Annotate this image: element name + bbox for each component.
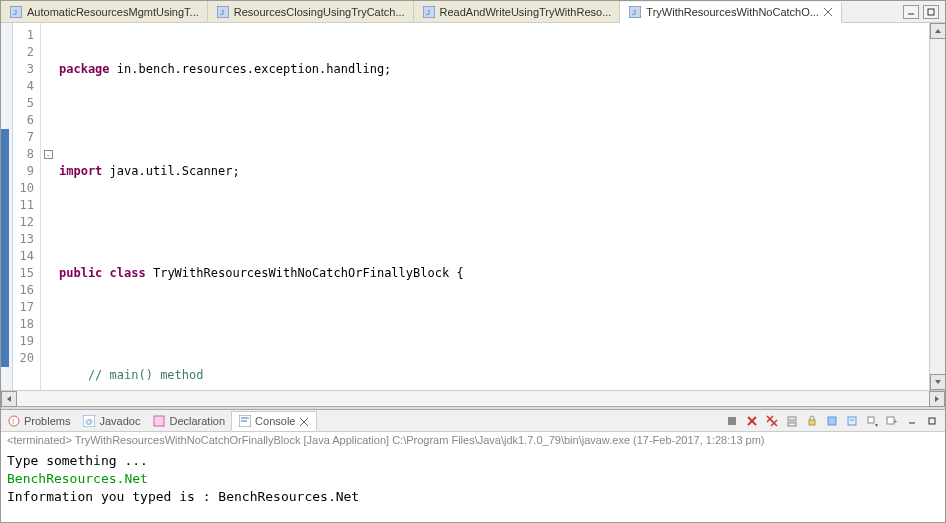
remove-all-button[interactable] [763, 412, 781, 430]
tab-label: ReadAndWriteUsingTryWithReso... [440, 6, 612, 18]
tab-label: Console [255, 415, 295, 427]
line-number: 20 [13, 350, 34, 367]
scroll-right-icon[interactable] [929, 391, 945, 407]
console-line: Type something ... [7, 452, 939, 470]
line-number: 2 [13, 44, 34, 61]
window-controls [903, 5, 945, 19]
console-icon [238, 414, 252, 428]
svg-marker-12 [935, 29, 941, 33]
horizontal-scrollbar[interactable] [1, 390, 945, 406]
javadoc-icon: @ [82, 414, 96, 428]
svg-marker-42 [875, 424, 878, 427]
vertical-scrollbar[interactable] [929, 23, 945, 390]
console-status: <terminated> TryWithResourcesWithNoCatch… [1, 432, 945, 448]
console-toolbar: + [723, 412, 945, 430]
svg-text:J: J [426, 8, 430, 17]
tab-declaration[interactable]: Declaration [146, 412, 231, 430]
svg-text:!: ! [12, 417, 14, 426]
tab-label: Javadoc [99, 415, 140, 427]
svg-text:@: @ [85, 417, 93, 426]
console-output[interactable]: Type something ... BenchResources.Net In… [1, 448, 945, 510]
line-number: 6 [13, 112, 34, 129]
line-number: 15 [13, 265, 34, 282]
line-number: 18 [13, 316, 34, 333]
java-file-icon: J [628, 5, 642, 19]
svg-rect-37 [809, 420, 815, 425]
problems-icon: ! [7, 414, 21, 428]
svg-rect-26 [728, 417, 736, 425]
editor-tabs-bar: J AutomaticResourcesMgmtUsingT... J Reso… [1, 1, 945, 23]
bottom-view-tabs: ! Problems @ Javadoc Declaration Console… [1, 410, 945, 432]
line-number: 5 [13, 95, 34, 112]
fold-collapse-icon[interactable]: - [44, 150, 53, 159]
svg-rect-11 [928, 9, 934, 15]
tab-console[interactable]: Console [231, 411, 317, 431]
tab-label: AutomaticResourcesMgmtUsingT... [27, 6, 199, 18]
console-line-input: BenchResources.Net [7, 470, 939, 488]
line-number: 14 [13, 248, 34, 265]
tab-file-1[interactable]: J AutomaticResourcesMgmtUsingT... [1, 1, 208, 22]
minimize-view-button[interactable] [903, 412, 921, 430]
open-console-dropdown[interactable] [863, 412, 881, 430]
editor-ruler [1, 23, 13, 390]
tab-file-3[interactable]: J ReadAndWriteUsingTryWithReso... [414, 1, 621, 22]
tab-label: ResourcesClosingUsingTryCatch... [234, 6, 405, 18]
tab-file-2[interactable]: J ResourcesClosingUsingTryCatch... [208, 1, 414, 22]
svg-rect-38 [828, 417, 836, 425]
java-file-icon: J [9, 5, 23, 19]
scroll-lock-button[interactable] [803, 412, 821, 430]
line-number: 3 [13, 61, 34, 78]
line-number: 9 [13, 163, 34, 180]
line-number: 12 [13, 214, 34, 231]
line-number: 1 [13, 27, 34, 44]
line-number: 17 [13, 299, 34, 316]
line-number: 10 [13, 180, 34, 197]
svg-rect-41 [868, 417, 874, 423]
tab-file-4[interactable]: J TryWithResourcesWithNoCatchO... [620, 2, 842, 23]
svg-rect-20 [154, 416, 164, 426]
line-number: 7 [13, 129, 34, 146]
new-console-dropdown[interactable]: + [883, 412, 901, 430]
line-number-gutter: 1 2 3 4 5 6 7 8 9 10 11 12 13 14 15 16 1… [13, 23, 41, 390]
maximize-view-button[interactable] [923, 412, 941, 430]
maximize-button[interactable] [923, 5, 939, 19]
line-number: 8 [13, 146, 34, 163]
svg-marker-13 [935, 380, 941, 384]
svg-marker-14 [7, 396, 11, 402]
clear-console-button[interactable] [783, 412, 801, 430]
display-selected-button[interactable] [843, 412, 861, 430]
console-line: Information you typed is : BenchResource… [7, 488, 939, 506]
declaration-icon [152, 414, 166, 428]
svg-text:+: + [893, 417, 898, 426]
line-number: 11 [13, 197, 34, 214]
java-file-icon: J [216, 5, 230, 19]
svg-rect-39 [848, 417, 856, 425]
close-icon[interactable] [823, 7, 833, 17]
tab-javadoc[interactable]: @ Javadoc [76, 412, 146, 430]
svg-marker-15 [935, 396, 939, 402]
scroll-left-icon[interactable] [1, 391, 17, 407]
scroll-up-icon[interactable] [930, 23, 946, 39]
close-icon[interactable] [300, 416, 310, 426]
fold-column: - [41, 23, 55, 390]
svg-text:J: J [13, 8, 17, 17]
java-file-icon: J [422, 5, 436, 19]
remove-launch-button[interactable] [743, 412, 761, 430]
line-number: 4 [13, 78, 34, 95]
tab-problems[interactable]: ! Problems [1, 412, 76, 430]
svg-text:J: J [220, 8, 224, 17]
tab-label: Declaration [169, 415, 225, 427]
svg-text:J: J [632, 8, 636, 17]
scroll-down-icon[interactable] [930, 374, 946, 390]
minimize-button[interactable] [903, 5, 919, 19]
code-area[interactable]: package in.bench.resources.exception.han… [55, 23, 945, 390]
line-number: 13 [13, 231, 34, 248]
terminate-button[interactable] [723, 412, 741, 430]
pin-console-button[interactable] [823, 412, 841, 430]
tab-label: TryWithResourcesWithNoCatchO... [646, 6, 819, 18]
line-number: 19 [13, 333, 34, 350]
svg-rect-46 [929, 418, 935, 424]
line-number: 16 [13, 282, 34, 299]
tab-label: Problems [24, 415, 70, 427]
code-editor[interactable]: 1 2 3 4 5 6 7 8 9 10 11 12 13 14 15 16 1… [1, 23, 945, 390]
